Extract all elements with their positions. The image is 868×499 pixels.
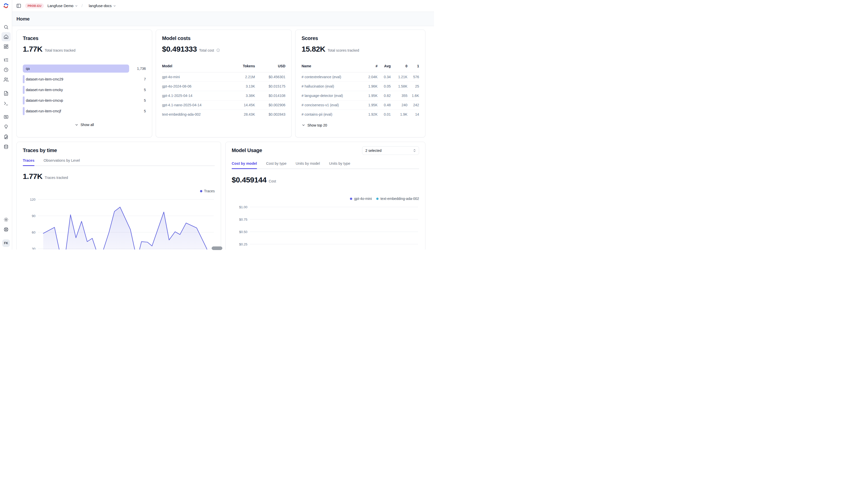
table-row[interactable]: # contextrelevance (eval) 2.04K 0.34 1.2…	[301, 72, 419, 82]
total-cost: $0.491333	[162, 45, 197, 53]
trace-bar-row[interactable]: qa 1,736	[23, 64, 146, 73]
chevron-down-icon	[75, 4, 78, 8]
sidebar-item-tracing[interactable]	[1, 56, 11, 64]
col-name: Name	[301, 64, 363, 72]
clipboard-pen-icon	[3, 134, 9, 139]
table-row[interactable]: gpt-4o-mini 2.21M $0.456301	[162, 72, 285, 82]
score-count: 1.96K	[363, 82, 378, 91]
score-zero: 240	[391, 100, 407, 110]
score-avg: 0.82	[378, 91, 391, 100]
model-name: gpt-4o-mini	[162, 72, 227, 82]
trace-bar-row[interactable]: dataset-run-item-cmcjf 5	[23, 107, 146, 115]
bar	[23, 107, 25, 115]
table-row[interactable]: gpt-4.1-nano-2025-04-14 14.45K $0.002906	[162, 100, 285, 110]
sidebar-item-support[interactable]	[1, 225, 11, 234]
sidebar-item-playground[interactable]	[1, 99, 11, 108]
trace-name-bars: qa 1,736 dataset-run-item-cmc29 7 datase…	[23, 64, 146, 115]
bar-label: dataset-run-item-cmc29	[26, 75, 63, 83]
clock-icon	[3, 67, 9, 72]
model-tokens: 28.43K	[227, 110, 255, 119]
org-switcher[interactable]: Langfuse Demo	[47, 4, 78, 8]
sidebar-item-settings[interactable]	[1, 215, 11, 224]
col-zero: 0	[391, 64, 407, 72]
langfuse-app: FK PROD-EU Langfuse Demo / langfuse-docs…	[0, 0, 434, 250]
table-row[interactable]: text-embedding-ada-002 28.43K $0.002843	[162, 110, 285, 119]
traces-by-time-tabs: Traces Observations by Level	[23, 158, 215, 166]
sidebar-item-prompts[interactable]	[1, 89, 11, 98]
percent-box-icon	[3, 114, 9, 119]
card-title: Traces by time	[23, 147, 215, 153]
svg-text:60: 60	[32, 231, 35, 234]
score-zero: 1.9K	[391, 110, 407, 119]
model-usage-chart[interactable]: $0.25$0.50$0.75$1.00	[232, 200, 419, 250]
scores-total: 15.82K	[301, 45, 325, 53]
show-top-20-button[interactable]: Show top 20	[301, 123, 419, 127]
tab-units-by-model[interactable]: Units by model	[296, 161, 320, 169]
sidebar-item-search[interactable]	[1, 23, 11, 32]
project-switcher[interactable]: langfuse-docs	[89, 4, 116, 8]
table-row[interactable]: gpt-4.1-2025-04-14 3.38K $0.014108	[162, 91, 285, 100]
file-code-icon	[3, 91, 9, 96]
trace-bar-row[interactable]: dataset-run-item-cmcvp 5	[23, 96, 146, 105]
traces-by-time-chart[interactable]: 306090120	[23, 193, 215, 250]
model-usage-tabs: Cost by model Cost by type Units by mode…	[232, 161, 419, 169]
show-all-button[interactable]: Show all	[23, 123, 146, 127]
model-name: gpt-4o-2024-08-06	[162, 82, 227, 91]
page-title: Home	[16, 16, 29, 22]
sidebar-item-annotation[interactable]	[1, 122, 11, 131]
model-usd: $0.002843	[255, 110, 285, 119]
col-count: #	[363, 64, 378, 72]
bar-value: 5	[144, 96, 146, 105]
table-row[interactable]: # contains-pii (eval) 1.92K 0.01 1.9K 14	[301, 110, 419, 119]
user-avatar[interactable]: FK	[2, 239, 10, 247]
tab-cost-by-type[interactable]: Cost by type	[266, 161, 287, 169]
score-name: # contextrelevance (eval)	[301, 72, 363, 82]
score-avg: 0.01	[378, 110, 391, 119]
tab-observations-by-level[interactable]: Observations by Level	[44, 158, 80, 166]
model-usd: $0.002906	[255, 100, 285, 110]
trace-bar-row[interactable]: dataset-run-item-cmcky 5	[23, 86, 146, 94]
dashboard-grid-icon	[3, 44, 9, 49]
table-row[interactable]: gpt-4o-2024-08-06 3.13K $0.015175	[162, 82, 285, 91]
tab-units-by-type[interactable]: Units by type	[329, 161, 350, 169]
sidebar-item-dashboards[interactable]	[1, 42, 11, 51]
sidebar-item-datasets[interactable]	[1, 132, 11, 142]
table-row[interactable]: # conciseness-v1 (eval) 1.95K 0.48 240 2…	[301, 100, 419, 110]
horizontal-scrollbar-thumb[interactable]	[212, 246, 222, 250]
score-zero: 1.21K	[391, 72, 407, 82]
score-avg: 0.05	[378, 82, 391, 91]
model-select[interactable]: 2 selected	[362, 146, 419, 155]
chevrons-up-down-icon	[413, 149, 416, 152]
table-row[interactable]: # hallucination (eval) 1.96K 0.05 1.58K …	[301, 82, 419, 91]
traces-card: Traces 1.77K Total traces tracked qa 1,7…	[16, 29, 152, 137]
lightbulb-icon	[3, 124, 9, 129]
panel-left-toggle-icon[interactable]	[16, 3, 21, 8]
langfuse-logo-icon[interactable]	[3, 2, 9, 9]
tab-cost-by-model[interactable]: Cost by model	[232, 161, 257, 169]
bar	[23, 64, 129, 73]
svg-text:$1.00: $1.00	[239, 205, 247, 209]
info-icon[interactable]	[216, 48, 220, 52]
org-name: Langfuse Demo	[47, 4, 73, 8]
sidebar-item-home[interactable]	[1, 32, 11, 41]
tab-traces[interactable]: Traces	[23, 158, 34, 166]
score-one: 576	[407, 72, 419, 82]
legend-dot	[376, 198, 379, 200]
traces-total: 1.77K	[23, 45, 43, 53]
score-one: 242	[407, 100, 419, 110]
bar-label: dataset-run-item-cmcvp	[26, 96, 63, 105]
sidebar-item-evaluation[interactable]	[1, 112, 11, 121]
svg-text:30: 30	[32, 247, 35, 250]
col-model: Model	[162, 64, 227, 72]
svg-text:$0.25: $0.25	[239, 242, 247, 246]
table-row[interactable]: # language-detector (eval) 1.95K 0.82 35…	[301, 91, 419, 100]
trace-bar-row[interactable]: dataset-run-item-cmc29 7	[23, 75, 146, 83]
sidebar-item-users[interactable]	[1, 75, 11, 84]
project-name: langfuse-docs	[89, 4, 112, 8]
score-name: # hallucination (eval)	[301, 82, 363, 91]
sidebar-item-sessions[interactable]	[1, 65, 11, 74]
score-avg: 0.34	[378, 72, 391, 82]
col-tokens: Tokens	[227, 64, 255, 72]
sidebar-item-models[interactable]	[1, 142, 11, 151]
scores-subtitle: Total scores tracked	[328, 48, 359, 52]
